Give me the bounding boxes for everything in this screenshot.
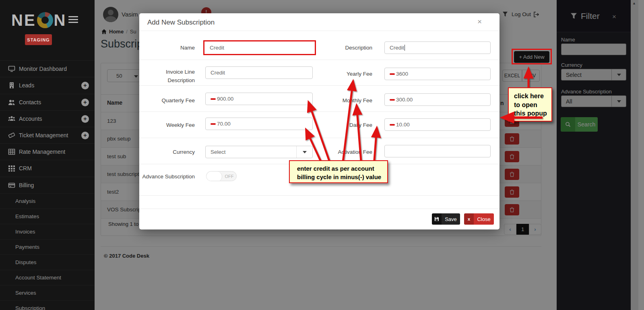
staging-badge: STAGING — [25, 34, 52, 45]
minus-sign: - — [390, 99, 395, 101]
description-input[interactable]: Credit — [384, 41, 491, 54]
sidebar-item-subscription[interactable]: Subscription — [0, 300, 95, 310]
close-x-icon: x — [464, 213, 474, 225]
name-label: Name — [139, 44, 195, 52]
plus-circle-icon[interactable]: + — [81, 132, 89, 139]
description-label: Description — [317, 44, 372, 52]
logo-donut-icon — [37, 12, 53, 28]
sidebar-item-services[interactable]: Services — [0, 285, 95, 300]
rate-table-icon — [8, 148, 15, 155]
hamburger-menu-icon[interactable] — [68, 16, 78, 23]
daily-fee-label: Daily Fee — [317, 121, 372, 130]
sidebar: NE N STAGING Monitor Dashboard Leads + — [0, 0, 95, 310]
sidebar-item-crm[interactable]: CRM — [0, 160, 95, 176]
accounts-icon — [8, 115, 15, 122]
sidebar-item-account-statement[interactable]: Account Statement — [0, 270, 95, 285]
modal-title: Add New Subscription — [147, 19, 215, 27]
add-subscription-modal: Add New Subscription × Name Credit Descr… — [139, 13, 500, 229]
yearly-fee-label: Yearly Fee — [317, 70, 372, 79]
sidebar-item-invoices[interactable]: Invoices — [0, 224, 95, 239]
toggle-knob — [206, 172, 222, 181]
save-icon — [432, 213, 442, 225]
invoice-line-description-label: Invoice Line Description — [139, 68, 195, 85]
quarterly-fee-label: Quarterly Fee — [139, 97, 195, 105]
minus-sign: - — [211, 123, 216, 125]
currency-select[interactable]: Select — [205, 146, 313, 158]
modal-close-icon[interactable]: × — [477, 17, 482, 26]
contacts-icon — [8, 99, 15, 106]
sidebar-item-disputes[interactable]: Disputes — [0, 254, 95, 270]
monthly-fee-label: Monthly Fee — [317, 97, 372, 105]
text-cursor — [405, 45, 405, 51]
toggle-state-label: OFF — [222, 172, 236, 181]
name-input[interactable]: Credit — [204, 41, 315, 54]
sidebar-item-billing[interactable]: Billing — [0, 177, 95, 193]
monthly-fee-input[interactable]: - 300.00 — [384, 93, 491, 106]
activation-fee-input[interactable] — [384, 145, 491, 157]
name-input-highlight: Credit — [203, 40, 316, 55]
daily-fee-input[interactable]: - 10.00 — [384, 118, 491, 131]
plus-circle-icon[interactable]: + — [81, 82, 89, 89]
plus-circle-icon[interactable]: + — [81, 115, 89, 123]
quarterly-fee-input[interactable]: - 900.00 — [205, 93, 313, 105]
save-button[interactable]: Save — [432, 213, 460, 225]
sidebar-item-analysis[interactable]: Analysis — [0, 193, 95, 209]
logo-text: NE — [11, 11, 36, 29]
sidebar-item-accounts[interactable]: Accounts + — [0, 110, 95, 127]
ticket-icon — [8, 132, 15, 139]
activation-fee-label: Activation Fee — [317, 148, 372, 157]
sidebar-item-monitor-dashboard[interactable]: Monitor Dashboard — [0, 60, 95, 77]
sidebar-item-payments[interactable]: Payments — [0, 239, 95, 254]
add-new-highlight — [512, 49, 552, 64]
advance-subscription-toggle[interactable]: OFF — [206, 171, 237, 181]
click-here-note-annotation: click here to open this popup — [508, 87, 552, 122]
credit-note-annotation: enter credit as per account billing cycl… — [289, 160, 388, 183]
grid-icon — [8, 165, 15, 172]
building-icon — [8, 82, 15, 89]
weekly-fee-label: Weekly Fee — [139, 121, 195, 130]
chevron-down-icon — [296, 146, 312, 158]
credit-card-icon — [8, 182, 15, 189]
advance-subscription-label: Advance Subscription — [139, 173, 195, 181]
weekly-fee-input[interactable]: - 70.00 — [205, 118, 313, 130]
sidebar-item-ticket-management[interactable]: Ticket Management + — [0, 127, 95, 143]
sidebar-item-rate-management[interactable]: Rate Management — [0, 143, 95, 160]
invoice-line-description-input[interactable]: Credit — [205, 66, 313, 79]
yearly-fee-input[interactable]: - 3600 — [384, 68, 491, 80]
monitor-icon — [8, 65, 15, 72]
sidebar-item-estimates[interactable]: Estimates — [0, 209, 95, 224]
minus-sign: - — [211, 98, 216, 100]
sidebar-item-contacts[interactable]: Contacts + — [0, 94, 95, 110]
minus-sign: - — [390, 124, 395, 126]
minus-sign: - — [390, 73, 395, 75]
currency-label: Currency — [139, 148, 195, 157]
plus-circle-icon[interactable]: + — [81, 99, 89, 106]
close-button[interactable]: x Close — [464, 213, 494, 225]
sidebar-item-leads[interactable]: Leads + — [0, 77, 95, 93]
